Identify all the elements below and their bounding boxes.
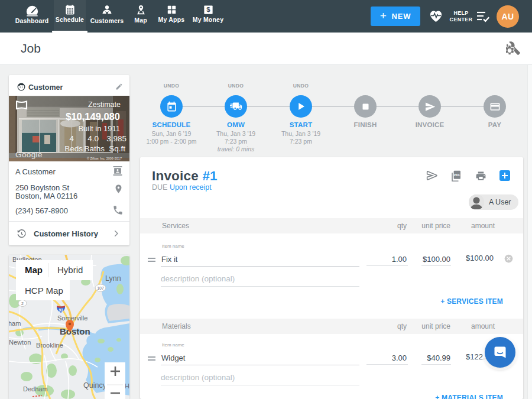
- svg-text:Hybrid: Hybrid: [57, 265, 83, 275]
- svg-text:© Zillow, Inc. 2006-2017: © Zillow, Inc. 2006-2017: [87, 157, 122, 160]
- svg-text:Built in 1911: Built in 1911: [78, 124, 120, 133]
- svg-text:Google: Google: [15, 150, 43, 159]
- svg-text:Boston: Boston: [60, 326, 90, 336]
- svg-text:2: 2: [21, 301, 24, 306]
- svg-text:4: 4: [69, 134, 74, 143]
- svg-text:PDF: PDF: [454, 173, 460, 177]
- svg-text:4.0: 4.0: [87, 134, 99, 143]
- svg-text:3,985: 3,985: [106, 134, 126, 143]
- svg-text:93: 93: [59, 308, 63, 312]
- svg-text:ham: ham: [9, 320, 21, 327]
- svg-text:Somerville: Somerville: [57, 314, 87, 322]
- svg-text:Lynn: Lynn: [105, 274, 121, 283]
- svg-text:Baths: Baths: [84, 144, 105, 153]
- svg-text:107: 107: [97, 286, 104, 290]
- svg-text:Newton: Newton: [9, 339, 31, 346]
- svg-text:HCP Map: HCP Map: [25, 286, 63, 296]
- svg-text:Map: Map: [25, 265, 43, 275]
- svg-text:Brookline: Brookline: [36, 342, 63, 349]
- svg-text:Beds: Beds: [64, 144, 83, 153]
- svg-text:$10,149,080: $10,149,080: [66, 111, 120, 122]
- svg-text:$: $: [206, 6, 210, 13]
- svg-text:Quincy: Quincy: [83, 381, 107, 390]
- svg-text:Sq.ft: Sq.ft: [109, 144, 125, 153]
- svg-text:Dedham: Dedham: [23, 385, 48, 392]
- svg-text:Hi: Hi: [125, 382, 129, 390]
- svg-text:Zestimate: Zestimate: [88, 100, 121, 109]
